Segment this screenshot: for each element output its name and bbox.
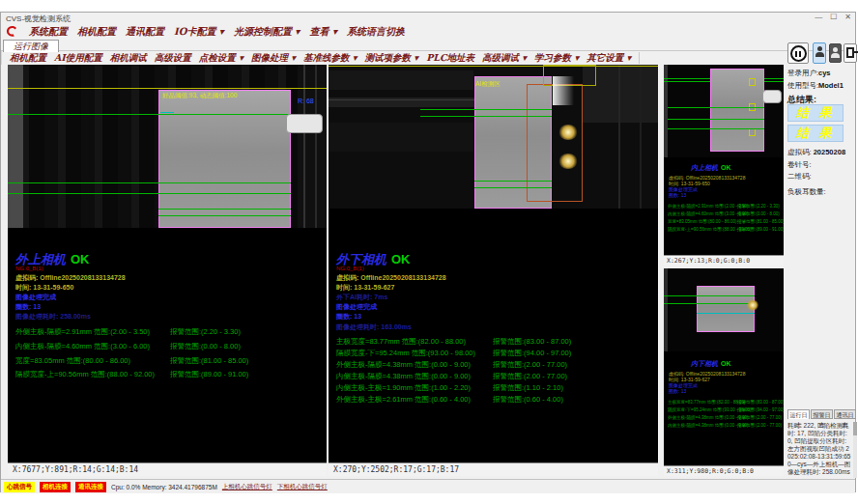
login-user-button[interactable]: [813, 42, 826, 64]
result-box-1: 结 果: [787, 104, 844, 122]
ai-zone-overlay-label: AI检测区: [475, 80, 500, 89]
thumb-bottom-measurement-row: 主极宽度=83.77mm 范围:(82.00 - 88.00)报警范围:(83.…: [668, 400, 745, 405]
left-process-time: 图像处理耗时: 258.00ms: [15, 312, 91, 322]
menu-item-system-config[interactable]: 系统配置: [29, 25, 68, 39]
toolbar-item-advanced-debug[interactable]: 高级调试 ▾: [482, 52, 527, 65]
thumb-bottom-measurement-row: 隔膜宽度-下=95.24mm 范围:(93.00 - 98.00)报警范围:(9…: [668, 407, 751, 412]
reference-line-yellow: [329, 66, 658, 67]
left-camera-statusbar: X:7677;Y:891;R:14;G:14;B:14: [8, 462, 327, 476]
toolbar-item-learning-params[interactable]: 学习参数 ▾: [534, 52, 579, 65]
alarm-range-text: 报警范围:(1.10 - 2.10): [493, 383, 563, 393]
mid-time: 时间: 13-31-59-627: [336, 283, 394, 293]
measurement-text: 隔膜宽度-上=90.56mm 范围:(88.00 - 92.00): [15, 370, 155, 378]
tab-strip: 运行图像: [1, 39, 855, 51]
toolbar-item-camera-debug[interactable]: 相机调试: [110, 52, 147, 65]
mid-process-done: 图像处理完成: [336, 302, 377, 312]
toolbar: 相机配置 AI使用配置 相机调试 高级设置 点检设置 ▾ 图像处理 ▾ 基准线参…: [1, 51, 784, 65]
menu-bar: 系统配置 相机配置 通讯配置 IO卡配置 ▾ 光源控制配置 ▾ 查看 ▾ 系统语…: [1, 24, 855, 39]
toolbar-item-other-settings[interactable]: 其它设置 ▾: [586, 52, 631, 65]
maximize-button[interactable]: ☐: [830, 13, 837, 21]
log-tab-comm[interactable]: 通讯日志: [834, 409, 856, 419]
tab-glow: [747, 299, 758, 311]
measurement-text: 外侧主极-主极=2.61mm 范围:(0.60 - 4.00): [336, 395, 471, 404]
thumb-bottom-turn-count: 圈数: 13: [669, 388, 686, 394]
alarm-range-text: 报警范围:(2.00 - 77.00): [493, 360, 567, 370]
minimize-button[interactable]: —: [815, 13, 822, 21]
lower-camera-heartbeat-link[interactable]: 下相机心跳信号灯: [277, 483, 328, 491]
menu-item-io-config[interactable]: IO卡配置 ▾: [174, 25, 224, 39]
thumb-bottom-camera-image[interactable]: [664, 268, 784, 351]
model-value: Model1: [818, 81, 844, 90]
model-label: 使用型号:: [787, 81, 818, 91]
app-window: CVS-视觉检测系统 — ☐ ✕ 系统配置 相机配置 通讯配置 IO卡配置 ▾ …: [0, 12, 856, 492]
thumb-top-statusbar: X:267;Y:13;R:0;G:0;B:0: [664, 255, 784, 266]
left-measurement-row: 内侧主极-隔膜=4.60mm 范围:(3.00 - 6.00) 报警范围:(0.…: [15, 342, 150, 351]
menu-item-camera-config[interactable]: 相机配置: [77, 25, 116, 39]
toolbar-item-baseline-params[interactable]: 基准线参数 ▾: [303, 52, 358, 65]
menu-item-language-switch[interactable]: 系统语言切换: [347, 25, 405, 39]
user-settings-button[interactable]: [829, 43, 842, 63]
toolbar-item-spot-check[interactable]: 点检设置 ▾: [199, 52, 243, 65]
toolbar-item-image-processing[interactable]: 图像处理 ▾: [251, 52, 296, 65]
mid-camera-result: OK: [391, 252, 411, 266]
thumb-top-result: OK: [721, 164, 731, 171]
alarm-range-text: 报警范围:(89.00 - 91.00): [170, 370, 248, 379]
left-measurement-row: 外侧主极-隔膜=2.91mm 范围:(2.00 - 3.50) 报警范围:(2.…: [15, 327, 150, 337]
thumb-top-turn-count: 圈数: 13: [669, 192, 686, 198]
left-camera-ng-text: NG:0_B(1): [15, 266, 43, 271]
left-measurement-row: 宽度=83.05mm 范围:(80.00 - 86.00) 报警范围:(81.0…: [15, 356, 130, 366]
mid-ai-time: 外下AI耗时: 7ms: [336, 293, 387, 302]
measurement-text: 内侧主极-隔膜=4.38mm 范围:(0.00 - 9.00): [336, 372, 471, 380]
alarm-range-text: 报警范围:(81.00 - 85.00): [170, 356, 248, 366]
tab-glow: [558, 125, 578, 140]
measurement-text: 外侧主极-隔膜=4.38mm 范围:(0.00 - 9.00): [336, 360, 471, 369]
mid-process-time: 图像处理耗时: 163.00ms: [336, 322, 412, 332]
measurement-text: 宽度=83.05mm 范围:(80.00 - 86.00): [15, 356, 130, 365]
log-tab-run[interactable]: 运行日志: [787, 409, 810, 419]
toolbar-item-plc-address[interactable]: PLC地址表: [426, 52, 474, 65]
mid-camera-name: 外下相机: [336, 252, 386, 266]
thumb-top-camera-image[interactable]: [664, 65, 784, 157]
log-scrollbar[interactable]: [853, 422, 857, 478]
toolbar-item-advanced-settings[interactable]: 高级设置: [155, 52, 191, 65]
thumb-bottom-camera-panel: 内下相机OK 虚拟码: Offline20250208133134728 时间:…: [664, 268, 784, 476]
mid-camera-image[interactable]: AI检测区: [329, 65, 658, 209]
cpu-memory-status: Cpu: 0.0% Memory: 3424.41796875M: [111, 484, 217, 490]
menu-item-comm-config[interactable]: 通讯配置: [126, 25, 164, 39]
toolbar-item-test-params[interactable]: 测试项参数 ▾: [365, 52, 419, 65]
left-time: 时间: 13-31-59-650: [15, 283, 73, 293]
thumb-top-title: 内上相机OK: [691, 163, 731, 173]
needle-number-field: 卷针号:: [787, 160, 812, 170]
thumb-top-measurement-row: 内侧主极-隔膜=4.60mm 范围:(3.00 - 6.00)报警范围:(0.0…: [668, 211, 748, 216]
alarm-range-text: 报警范围:(83.00 - 87.00): [493, 337, 571, 347]
thumb-top-measurement-row: 隔膜宽度-上=90.56mm 范围:(88.00 - 92.00)报警范围:(8…: [668, 227, 751, 232]
r-value-overlay-label: R: 68: [298, 98, 314, 104]
login-user-label: 登录用户:: [787, 69, 818, 78]
log-tab-alarm[interactable]: 报警日志: [811, 409, 833, 419]
toolbar-item-ai-use-config[interactable]: AI使用配置: [54, 52, 102, 65]
toolbar-item-camera-config[interactable]: 相机配置: [10, 52, 46, 65]
alarm-range-text: 报警范围:(2.00 - 77.00): [493, 372, 567, 381]
mid-measurement-row: 内侧主极-隔膜=4.38mm 范围:(0.00 - 9.00) 报警范围:(2.…: [336, 372, 471, 381]
menu-item-light-config[interactable]: 光源控制配置 ▾: [234, 25, 300, 39]
alarm-range-text: 报警范围:(2.20 - 3.30): [170, 327, 241, 337]
log-scrollbar-thumb[interactable]: [853, 422, 857, 435]
mid-measurement-row: 主极宽度=83.77mm 范围:(82.00 - 88.00) 报警范围:(83…: [336, 337, 466, 347]
qr-code-field: 二维码:: [787, 172, 812, 182]
negative-tab-count-field: 负极耳数量:: [787, 187, 826, 197]
left-camera-image[interactable]: 好品阈值:93, 动态阈值:100 R: 68: [8, 65, 327, 228]
upper-camera-heartbeat-link[interactable]: 上相机心跳信号灯: [222, 483, 272, 491]
pause-button[interactable]: [787, 42, 809, 64]
login-user-value: cys: [818, 69, 831, 77]
thumb-bottom-specimen: [697, 286, 755, 332]
mid-camera-ng-text: NG:0_B(1): [336, 266, 364, 271]
close-button[interactable]: ✕: [844, 13, 851, 21]
thumb-bottom-measurement-row: 外侧主极-隔膜=4.38mm 范围:(0.00 - 9.00)报警范围:(2.0…: [668, 415, 748, 420]
thumb-bottom-measurement-row: 内侧主极-隔膜=4.38mm 范围:(0.00 - 9.00)报警范围:(2.0…: [668, 423, 748, 428]
camera-connection-badge: 相机连接: [40, 482, 71, 492]
thumb-tab-connector-shape: [762, 90, 782, 103]
logout-button[interactable]: [844, 43, 857, 63]
menu-item-view[interactable]: 查看 ▾: [309, 25, 337, 39]
left-camera-result: OK: [71, 252, 90, 266]
left-specimen-region: [158, 90, 291, 228]
